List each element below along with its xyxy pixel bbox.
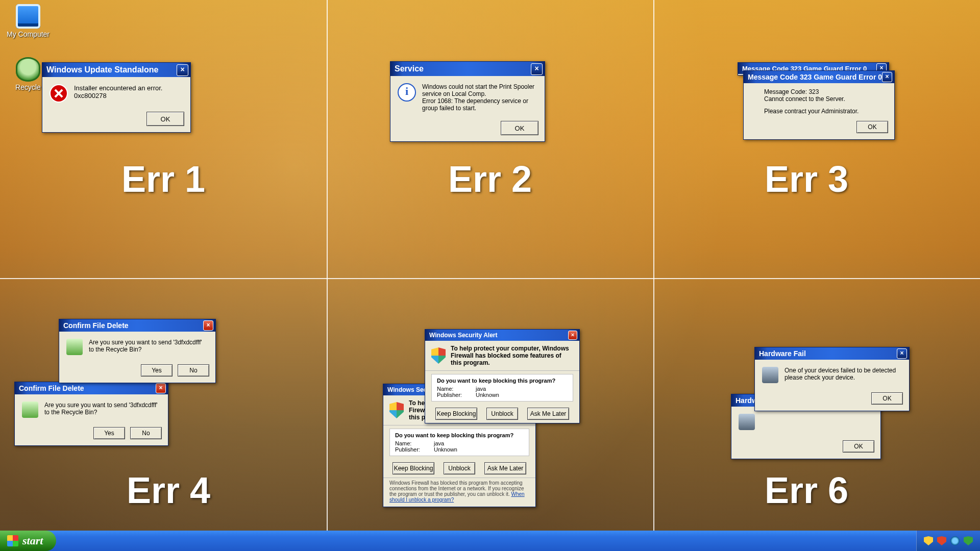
titlebar[interactable]: Message Code 323 Game Guard Error 0 × [744, 71, 894, 83]
ok-button[interactable]: OK [843, 440, 874, 453]
yes-button[interactable]: Yes [141, 364, 173, 377]
ok-button[interactable]: OK [856, 121, 888, 133]
dialog-hardware: Hardware Fail × One of your devices fail… [754, 347, 910, 411]
dialog-confirm-delete-back: Confirm File Delete × Are you sure you w… [14, 382, 168, 446]
ask-later-button[interactable]: Ask Me Later [484, 462, 526, 474]
tray-network-icon[interactable] [950, 536, 960, 545]
close-icon[interactable]: × [531, 63, 543, 75]
cell-label-6: Err 6 [765, 469, 848, 511]
device-icon [762, 367, 778, 383]
wsa-banner: To help protect your computer, Windows F… [425, 341, 579, 371]
dialog-confirm-delete: Confirm File Delete × Are you sure you w… [59, 319, 216, 383]
dialog-service: Service × i Windows could not start the … [390, 61, 545, 142]
my-computer-label: My Computer [5, 30, 51, 38]
titlebar[interactable]: Hardware Fail × [755, 347, 909, 360]
windows-flag-icon [7, 535, 18, 546]
start-label: start [22, 531, 43, 551]
title-text: Message Code 323 Game Guard Error 0 [748, 73, 882, 81]
computer-icon [16, 4, 40, 29]
recycle-icon [16, 57, 40, 82]
titlebar[interactable]: Confirm File Delete × [15, 382, 168, 394]
wsa-footer: Windows Firewall has blocked this progra… [383, 478, 535, 507]
desktop: Err 1 Err 2 Err 3 Err 4 Err 5 Err 6 My C… [0, 0, 980, 551]
ask-later-button[interactable]: Ask Me Later [527, 408, 569, 420]
start-button[interactable]: start [0, 531, 56, 551]
wsa-program-block: Do you want to keep blocking this progra… [431, 374, 573, 402]
shield-icon [431, 347, 446, 364]
grid-vline-1 [327, 0, 328, 531]
dialog-windows-update: Windows Update Standalone × Installer en… [42, 62, 191, 133]
no-button[interactable]: No [178, 364, 209, 377]
dialog-message: Windows could not start the Print Spoole… [422, 83, 536, 112]
keep-blocking-button[interactable]: Keep Blocking [435, 408, 477, 420]
my-computer-icon[interactable]: My Computer [5, 4, 51, 38]
dialog-message: Are you sure you want to send '3dfxdcdff… [89, 339, 207, 353]
close-icon[interactable]: × [177, 64, 188, 76]
device-icon [739, 414, 755, 430]
title-text: Windows Update Standalone [46, 65, 177, 74]
cell-label-3: Err 3 [765, 158, 848, 200]
titlebar[interactable]: Service × [390, 62, 545, 76]
recycle-icon [66, 339, 83, 355]
title-text: Windows Security Alert [429, 332, 568, 339]
close-icon[interactable]: × [203, 320, 213, 331]
titlebar[interactable]: Confirm File Delete × [59, 319, 215, 332]
title-text: Confirm File Delete [19, 384, 156, 392]
shield-icon [389, 402, 404, 418]
dialog-message: One of your devices failed to be detecte… [785, 367, 901, 381]
yes-button[interactable]: Yes [93, 427, 125, 439]
tray-alert-icon[interactable] [937, 536, 946, 545]
no-button[interactable]: No [130, 427, 162, 439]
title-text: Confirm File Delete [63, 321, 203, 330]
info-icon: i [398, 83, 416, 102]
recycle-icon [22, 402, 38, 418]
error-icon [50, 84, 68, 103]
dialog-message: Are you sure you want to send '3dfxdcdff… [44, 402, 160, 416]
dialog-gameguard: Message Code 323 Game Guard Error 0 × Me… [743, 70, 895, 140]
close-icon[interactable]: × [156, 383, 166, 393]
taskbar: start [0, 531, 980, 551]
close-icon[interactable]: × [897, 348, 907, 359]
grid-hline [0, 278, 980, 279]
grid-vline-2 [653, 0, 654, 531]
close-icon[interactable]: × [568, 331, 577, 340]
title-text: Service [395, 64, 531, 73]
title-text: Hardware Fail [759, 349, 897, 358]
dialog-message: Installer encountered an error. 0xc80027… [74, 84, 182, 99]
titlebar[interactable]: Windows Update Standalone × [42, 63, 190, 77]
tray-antivirus-icon[interactable] [964, 536, 973, 545]
cell-label-4: Err 4 [127, 469, 210, 511]
dialog-body: Message Code: 323 Cannot connect to the … [744, 83, 894, 118]
keep-blocking-button[interactable]: Keep Blocking [393, 462, 434, 474]
tray-security-icon[interactable] [924, 536, 933, 545]
close-icon[interactable]: × [882, 72, 892, 82]
ok-button[interactable]: OK [146, 112, 184, 126]
titlebar[interactable]: Windows Security Alert × [425, 330, 579, 341]
ok-button[interactable]: OK [501, 121, 538, 135]
unblock-button[interactable]: Unblock [486, 408, 518, 420]
unblock-button[interactable]: Unblock [444, 462, 475, 474]
system-tray [916, 531, 980, 551]
cell-label-2: Err 2 [448, 158, 532, 200]
cell-label-1: Err 1 [121, 158, 205, 200]
dialog-wsa: Windows Security Alert × To help protect… [425, 329, 580, 423]
ok-button[interactable]: OK [871, 392, 903, 405]
wsa-program-block: Do you want to keep blocking this progra… [389, 429, 529, 456]
